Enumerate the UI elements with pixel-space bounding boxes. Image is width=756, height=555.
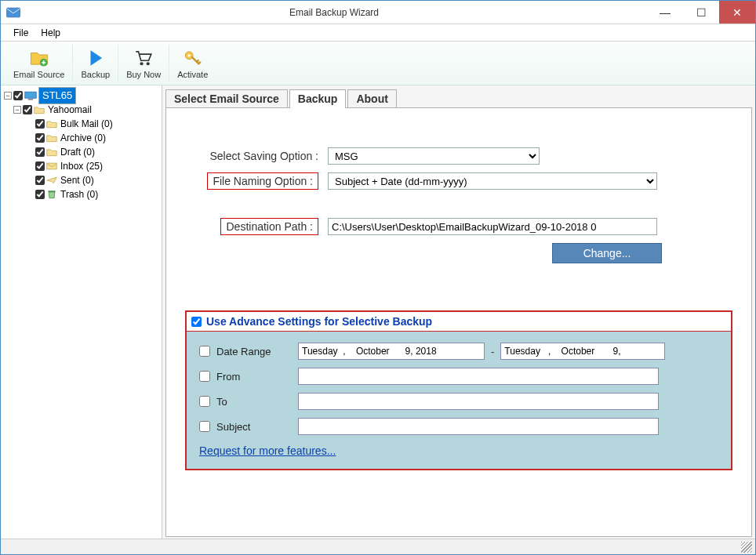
to-checkbox[interactable] (199, 396, 210, 407)
subject-input[interactable] (298, 418, 659, 435)
from-checkbox[interactable] (199, 371, 210, 382)
cart-icon (133, 48, 154, 68)
request-features-link[interactable]: Request for more features... (199, 444, 336, 457)
advance-settings-checkbox[interactable] (191, 317, 202, 327)
tree-folder-label: Archive (0) (59, 132, 107, 143)
folder-icon (46, 119, 57, 129)
backup-panel: Select Saving Option : MSG File Naming O… (165, 107, 752, 537)
file-naming-select[interactable]: Subject + Date (dd-mm-yyyy) (328, 172, 657, 190)
app-icon (5, 5, 21, 20)
toolbar-email-source[interactable]: Email Source (5, 45, 73, 82)
from-input[interactable] (298, 368, 659, 385)
tree-folder-label: Draft (0) (59, 147, 96, 158)
date-range-checkbox[interactable] (199, 346, 210, 357)
toolbar: Email Source Backup Buy Now Activate (1, 42, 755, 85)
computer-icon (24, 91, 37, 100)
subject-label: Subject (216, 421, 292, 433)
window-title: Email Backup Wizard (21, 7, 647, 18)
advance-settings-label: Use Advance Settings for Selective Backu… (206, 315, 432, 328)
tabs: Select Email Source Backup About (165, 89, 752, 107)
menu-help[interactable]: Help (35, 26, 67, 40)
tree-folder-row[interactable]: Inbox (25) (2, 159, 160, 173)
tree-folder-label: Inbox (25) (59, 161, 104, 172)
play-icon (85, 48, 106, 68)
file-naming-label: File Naming Option : (207, 172, 318, 190)
folder-tree: − STL65 − Yahoomail Bulk Mail (0) Archiv… (1, 85, 162, 539)
date-from-input[interactable] (298, 343, 485, 360)
tree-folder-row[interactable]: Archive (0) (2, 131, 160, 145)
svg-rect-9 (48, 190, 55, 192)
destination-path-input[interactable] (328, 218, 657, 235)
minimize-button[interactable]: — (647, 1, 683, 24)
sent-icon (46, 176, 57, 185)
tree-root-row[interactable]: − STL65 (2, 89, 160, 103)
tree-folder-row[interactable]: Draft (0) (2, 145, 160, 159)
svg-rect-6 (25, 92, 36, 98)
svg-point-3 (147, 62, 150, 65)
maximize-button[interactable]: ☐ (683, 1, 719, 24)
to-input[interactable] (298, 393, 659, 410)
tree-account-label: Yahoomail (46, 104, 93, 115)
svg-point-5 (187, 54, 190, 56)
main-panel: Select Email Source Backup About Select … (162, 85, 755, 539)
tree-folder-checkbox[interactable] (35, 190, 45, 199)
close-button[interactable]: ✕ (719, 1, 755, 24)
saving-option-select[interactable]: MSG (328, 147, 540, 165)
tab-select-email-source[interactable]: Select Email Source (165, 89, 288, 108)
change-button[interactable]: Change... (552, 243, 662, 263)
toolbar-buy-now-label: Buy Now (126, 70, 161, 79)
resize-grip-icon[interactable] (741, 542, 752, 553)
tree-account-checkbox[interactable] (23, 105, 32, 114)
date-range-label: Date Range (216, 346, 292, 357)
tree-folder-row[interactable]: Sent (0) (2, 173, 160, 187)
svg-rect-7 (28, 99, 33, 100)
tree-folder-label: Trash (0) (59, 189, 100, 200)
folder-plus-icon (29, 48, 49, 68)
tab-backup[interactable]: Backup (289, 89, 347, 108)
date-range-separator: - (491, 346, 494, 357)
tree-folder-row[interactable]: Bulk Mail (0) (2, 117, 160, 131)
folder-icon (46, 133, 57, 143)
toolbar-backup-label: Backup (81, 70, 110, 79)
menu-file[interactable]: File (7, 26, 35, 40)
toolbar-activate[interactable]: Activate (169, 45, 216, 82)
tree-folder-checkbox[interactable] (35, 176, 45, 185)
tree-folder-checkbox[interactable] (35, 119, 45, 129)
inbox-icon (46, 161, 57, 171)
tree-account-row[interactable]: − Yahoomail (2, 103, 160, 117)
trash-icon (46, 190, 57, 199)
svg-point-2 (140, 62, 144, 65)
tree-folder-checkbox[interactable] (35, 161, 45, 171)
toolbar-activate-label: Activate (177, 70, 208, 79)
statusbar (1, 539, 755, 554)
tree-root-label: STL65 (38, 87, 76, 104)
svg-rect-0 (7, 8, 20, 17)
to-label: To (216, 396, 292, 408)
menubar: File Help (1, 24, 755, 42)
toolbar-email-source-label: Email Source (13, 70, 64, 79)
tree-root-checkbox[interactable] (13, 91, 23, 100)
tree-folder-checkbox[interactable] (35, 147, 45, 157)
toolbar-buy-now[interactable]: Buy Now (118, 45, 169, 82)
date-to-input[interactable] (500, 343, 665, 360)
collapse-icon[interactable]: − (4, 92, 12, 100)
folder-icon (46, 147, 57, 157)
tree-folder-checkbox[interactable] (35, 133, 45, 143)
advance-settings-box: Use Advance Settings for Selective Backu… (185, 310, 732, 470)
tree-folder-row[interactable]: Trash (0) (2, 187, 160, 201)
collapse-icon[interactable]: − (13, 106, 21, 114)
titlebar: Email Backup Wizard — ☐ ✕ (1, 1, 755, 24)
tree-folder-label: Sent (0) (59, 175, 96, 186)
svg-rect-8 (47, 163, 56, 169)
toolbar-backup[interactable]: Backup (73, 45, 118, 82)
tree-folder-label: Bulk Mail (0) (59, 118, 114, 129)
key-icon (183, 48, 203, 68)
subject-checkbox[interactable] (199, 421, 210, 432)
tab-about[interactable]: About (347, 89, 396, 108)
destination-path-label: Destination Path : (220, 218, 318, 235)
saving-option-label: Select Saving Option : (185, 150, 318, 162)
from-label: From (216, 371, 292, 383)
folder-open-icon (34, 105, 45, 114)
